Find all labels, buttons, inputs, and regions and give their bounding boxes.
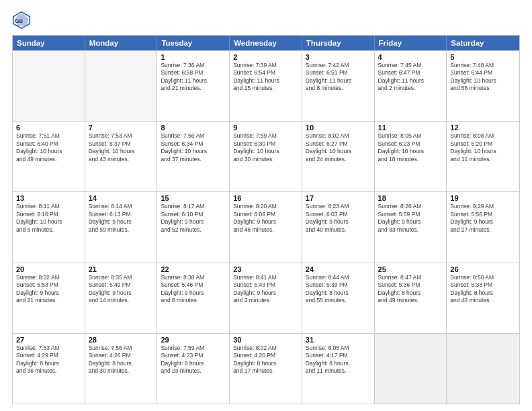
cell-line: Daylight: 9 hours xyxy=(233,289,298,297)
cell-line: Sunrise: 7:45 AM xyxy=(378,62,443,69)
cell-line: Sunrise: 8:35 AM xyxy=(89,274,154,281)
day-number: 15 xyxy=(161,194,226,202)
cell-line: Sunrise: 8:44 AM xyxy=(306,274,371,281)
cell-line: Daylight: 10 hours xyxy=(378,148,443,155)
cell-line: and 42 minutes. xyxy=(450,297,516,304)
day-cell-17: 17Sunrise: 8:23 AMSunset: 6:03 PMDayligh… xyxy=(302,192,375,262)
cell-line: Sunrise: 7:59 AM xyxy=(161,345,226,352)
day-number: 1 xyxy=(161,53,226,61)
calendar-row-2: 6Sunrise: 7:51 AMSunset: 6:40 PMDaylight… xyxy=(13,121,519,191)
day-cell-18: 18Sunrise: 8:26 AMSunset: 5:59 PMDayligh… xyxy=(375,192,447,262)
cell-line: Sunrise: 8:29 AM xyxy=(450,203,516,210)
day-number: 21 xyxy=(89,265,154,273)
cell-line: Sunrise: 8:20 AM xyxy=(233,203,298,210)
day-number: 22 xyxy=(161,265,226,273)
header: GB xyxy=(12,11,520,30)
day-cell-20: 20Sunrise: 8:32 AMSunset: 5:53 PMDayligh… xyxy=(13,263,85,333)
cell-line: and 59 minutes. xyxy=(89,226,154,234)
day-cell-31: 31Sunrise: 8:05 AMSunset: 4:17 PMDayligh… xyxy=(302,334,375,404)
cell-line: Sunrise: 7:59 AM xyxy=(233,132,298,140)
day-number: 5 xyxy=(450,53,516,61)
cell-line: Daylight: 11 hours xyxy=(306,77,371,85)
cell-line: and 14 minutes. xyxy=(89,297,154,304)
cell-line: Sunset: 6:23 PM xyxy=(378,140,443,148)
cell-line: Sunrise: 8:32 AM xyxy=(16,274,81,281)
cell-line: Daylight: 9 hours xyxy=(450,218,516,226)
cell-line: Daylight: 8 hours xyxy=(16,360,81,367)
cell-line: Sunrise: 8:23 AM xyxy=(306,203,371,210)
day-number: 27 xyxy=(16,336,81,344)
svg-text:GB: GB xyxy=(15,18,23,24)
cell-line: Sunset: 6:30 PM xyxy=(233,140,298,148)
day-cell-26: 26Sunrise: 8:50 AMSunset: 5:33 PMDayligh… xyxy=(447,263,519,333)
day-cell-27: 27Sunrise: 7:53 AMSunset: 4:29 PMDayligh… xyxy=(13,334,85,404)
cell-line: Daylight: 10 hours xyxy=(161,148,226,155)
cell-line: Daylight: 10 hours xyxy=(450,148,516,155)
calendar: SundayMondayTuesdayWednesdayThursdayFrid… xyxy=(12,35,520,404)
cell-line: Sunset: 6:16 PM xyxy=(16,211,81,218)
cell-line: Daylight: 8 hours xyxy=(306,289,371,297)
cell-line: Sunset: 6:40 PM xyxy=(16,140,81,148)
cell-line: Daylight: 9 hours xyxy=(378,218,443,226)
cell-line: Sunset: 4:20 PM xyxy=(233,352,298,359)
day-number: 4 xyxy=(378,53,443,61)
cell-line: and 33 minutes. xyxy=(378,226,443,234)
cell-line: and 36 minutes. xyxy=(16,367,81,375)
cell-line: and 49 minutes. xyxy=(378,297,443,304)
day-cell-10: 10Sunrise: 8:02 AMSunset: 6:27 PMDayligh… xyxy=(302,122,375,191)
cell-line: Sunset: 6:20 PM xyxy=(450,140,516,148)
day-cell-3: 3Sunrise: 7:42 AMSunset: 6:51 PMDaylight… xyxy=(302,51,375,121)
day-cell-12: 12Sunrise: 8:08 AMSunset: 6:20 PMDayligh… xyxy=(447,122,519,191)
day-number: 18 xyxy=(378,194,443,202)
cell-line: Sunrise: 8:47 AM xyxy=(378,274,443,281)
calendar-row-3: 13Sunrise: 8:11 AMSunset: 6:16 PMDayligh… xyxy=(13,191,519,262)
cell-line: Sunrise: 7:51 AM xyxy=(16,132,81,140)
cell-line: Sunrise: 8:26 AM xyxy=(378,203,443,210)
day-cell-19: 19Sunrise: 8:29 AMSunset: 5:56 PMDayligh… xyxy=(447,192,519,262)
cell-line: Sunrise: 7:53 AM xyxy=(89,132,154,140)
day-number: 3 xyxy=(306,53,371,61)
logo: GB xyxy=(12,11,34,30)
day-number: 14 xyxy=(89,194,154,202)
day-number: 30 xyxy=(233,336,298,344)
day-number: 9 xyxy=(233,124,298,132)
day-cell-7: 7Sunrise: 7:53 AMSunset: 6:37 PMDaylight… xyxy=(85,122,158,191)
cell-line: Sunset: 4:26 PM xyxy=(89,352,154,359)
cell-line: and 8 minutes. xyxy=(161,297,226,304)
cell-line: Sunrise: 8:17 AM xyxy=(161,203,226,210)
cell-line: and 56 minutes. xyxy=(450,85,516,92)
day-number: 17 xyxy=(306,194,371,202)
logo-icon: GB xyxy=(12,11,31,30)
cell-line: and 46 minutes. xyxy=(233,226,298,234)
cell-line: Sunrise: 8:50 AM xyxy=(450,274,516,281)
day-number: 8 xyxy=(161,124,226,132)
cell-line: Daylight: 8 hours xyxy=(450,289,516,297)
calendar-row-5: 27Sunrise: 7:53 AMSunset: 4:29 PMDayligh… xyxy=(13,333,519,404)
cell-line: Daylight: 10 hours xyxy=(233,148,298,155)
day-cell-6: 6Sunrise: 7:51 AMSunset: 6:40 PMDaylight… xyxy=(13,122,85,191)
day-cell-22: 22Sunrise: 8:38 AMSunset: 5:46 PMDayligh… xyxy=(157,263,230,333)
day-cell-4: 4Sunrise: 7:45 AMSunset: 6:47 PMDaylight… xyxy=(375,51,447,121)
day-cell-25: 25Sunrise: 8:47 AMSunset: 5:36 PMDayligh… xyxy=(375,263,447,333)
day-number: 25 xyxy=(378,265,443,273)
cell-line: Sunset: 6:34 PM xyxy=(161,140,226,148)
day-number: 6 xyxy=(16,124,81,132)
day-cell-15: 15Sunrise: 8:17 AMSunset: 6:10 PMDayligh… xyxy=(157,192,230,262)
cell-line: Sunset: 5:49 PM xyxy=(89,281,154,289)
cell-line: Sunrise: 8:05 AM xyxy=(306,345,371,352)
cell-line: Sunset: 5:59 PM xyxy=(378,211,443,218)
cell-line: Sunset: 5:36 PM xyxy=(378,281,443,289)
empty-cell xyxy=(85,51,158,121)
cell-line: Sunset: 4:29 PM xyxy=(16,352,81,359)
cell-line: Sunset: 6:13 PM xyxy=(89,211,154,218)
cell-line: Sunset: 5:43 PM xyxy=(233,281,298,289)
day-cell-28: 28Sunrise: 7:56 AMSunset: 4:26 PMDayligh… xyxy=(85,334,158,404)
day-cell-29: 29Sunrise: 7:59 AMSunset: 4:23 PMDayligh… xyxy=(157,334,230,404)
day-cell-16: 16Sunrise: 8:20 AMSunset: 6:06 PMDayligh… xyxy=(230,192,302,262)
day-header-thursday: Thursday xyxy=(302,36,375,50)
cell-line: Daylight: 9 hours xyxy=(16,289,81,297)
cell-line: and 27 minutes. xyxy=(450,226,516,234)
day-cell-5: 5Sunrise: 7:48 AMSunset: 6:44 PMDaylight… xyxy=(447,51,519,121)
cell-line: Sunrise: 8:11 AM xyxy=(16,203,81,210)
day-header-sunday: Sunday xyxy=(13,36,85,50)
